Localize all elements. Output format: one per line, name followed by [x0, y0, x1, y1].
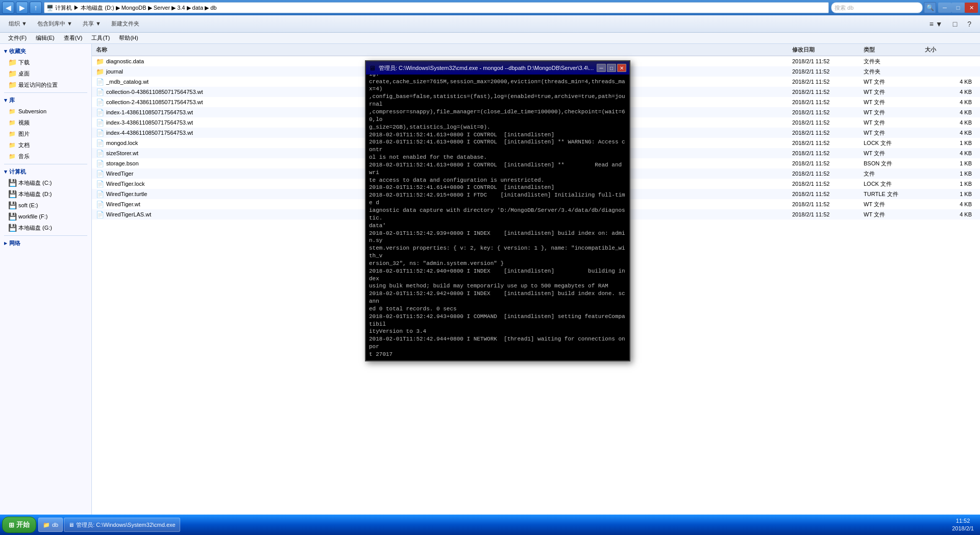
- sidebar-item-drive-g[interactable]: 💾 本地磁盘 (G:): [0, 222, 91, 233]
- file-date: 2018/2/1 11:52: [792, 150, 864, 156]
- file-size: 1 KB: [925, 181, 976, 187]
- sidebar-library-section: ▾ 库 📁 Subversion 📁 视频 📁 图片 📁 文档: [0, 95, 91, 162]
- sidebar-item-documents[interactable]: 📁 文档: [0, 139, 91, 151]
- sidebar-network-header[interactable]: ▸ 网络: [0, 238, 91, 249]
- file-type: 文件: [864, 170, 925, 178]
- menu-edit[interactable]: 编辑(E): [32, 33, 59, 43]
- sidebar-divider-3: [4, 235, 87, 236]
- view-button[interactable]: ≡ ▼: [925, 17, 947, 31]
- file-size: 4 KB: [925, 119, 976, 126]
- window-controls: ─ □ ✕: [938, 3, 978, 13]
- file-type: WT 文件: [864, 201, 925, 208]
- sidebar-item-recent[interactable]: 📁 最近访问的位置: [0, 79, 91, 90]
- file-icon: 📁: [96, 67, 104, 76]
- file-name-text: _mdb_catalog.wt: [106, 79, 149, 85]
- sidebar-item-pictures[interactable]: 📁 图片: [0, 128, 91, 139]
- back-button[interactable]: ◀: [2, 2, 14, 14]
- sidebar-item-label: Subversion: [18, 108, 46, 114]
- include-in-library-button[interactable]: 包含到库中 ▼: [33, 17, 77, 31]
- file-size: 4 KB: [925, 109, 976, 115]
- organize-button[interactable]: 组织 ▼: [4, 17, 32, 31]
- sidebar-item-downloads[interactable]: 📁 下载: [0, 57, 91, 68]
- col-name[interactable]: 名称: [96, 45, 792, 55]
- sidebar-item-video[interactable]: 📁 视频: [0, 117, 91, 128]
- file-name-text: WiredTiger.wt: [106, 201, 140, 207]
- cmd-content[interactable]: C:\Windows\system32>mongod --dbpath D:\M…: [366, 75, 629, 360]
- sidebar-computer-header[interactable]: ▾ 计算机: [0, 166, 91, 177]
- share-button[interactable]: 共享 ▼: [78, 17, 106, 31]
- sidebar-item-label: 图片: [18, 130, 30, 138]
- file-name-text: storage.bson: [106, 160, 139, 166]
- file-size: 4 KB: [925, 130, 976, 136]
- file-name-text: WiredTigerLAS.wt: [106, 211, 151, 217]
- taskbar-cmd-item[interactable]: 🖥 管理员: C:\Windows\System32\cmd.exe: [64, 518, 180, 532]
- explorer-titlebar: ◀ ▶ ↑ 🖥️ 计算机 ▶ 本地磁盘 (D:) ▶ MongoDB ▶ Ser…: [0, 0, 980, 15]
- file-name-text: index-4-4386110850717564753.wt: [106, 130, 193, 136]
- taskbar-explorer-item[interactable]: 📁 db: [38, 518, 63, 532]
- sidebar-item-label: 下载: [18, 59, 30, 66]
- menu-help[interactable]: 帮助(H): [115, 33, 142, 43]
- file-type: WT 文件: [864, 78, 925, 86]
- sidebar-item-music[interactable]: 📁 音乐: [0, 151, 91, 162]
- sidebar-item-drive-d[interactable]: 💾 本地磁盘 (D:): [0, 188, 91, 200]
- cmd-minimize-button[interactable]: ─: [597, 64, 606, 72]
- taskbar-items: 📁 db 🖥 管理员: C:\Windows\System32\cmd.exe: [36, 518, 948, 532]
- cmd-icon: 🖥: [68, 522, 74, 528]
- sidebar-item-label: 桌面: [18, 70, 30, 78]
- file-date: 2018/2/1 11:52: [792, 109, 864, 115]
- address-path: 🖥️ 计算机 ▶ 本地磁盘 (D:) ▶ MongoDB ▶ Server ▶ …: [46, 4, 216, 12]
- cmd-close-button[interactable]: ✕: [617, 64, 626, 72]
- folder-icon: 📁: [8, 107, 16, 115]
- minimize-button[interactable]: ─: [938, 3, 951, 13]
- col-date[interactable]: 修改日期: [792, 45, 864, 55]
- sidebar-favorites-header[interactable]: ▾ 收藏夹: [0, 46, 91, 57]
- file-icon: 📄: [96, 159, 104, 167]
- sidebar-library-header[interactable]: ▾ 库: [0, 95, 91, 106]
- new-folder-button[interactable]: 新建文件夹: [107, 17, 144, 31]
- file-size: 1 KB: [925, 140, 976, 146]
- menu-file[interactable]: 文件(F): [4, 33, 31, 43]
- sidebar-divider-2: [4, 164, 87, 164]
- file-size: 4 KB: [925, 150, 976, 156]
- taskbar-clock: 11:52 2018/2/1: [948, 517, 978, 533]
- search-bar[interactable]: 搜索 db: [831, 2, 923, 13]
- start-button[interactable]: ⊞ 开始: [2, 517, 36, 533]
- file-icon: 📄: [96, 139, 104, 147]
- cmd-maximize-button[interactable]: □: [607, 64, 616, 72]
- sidebar-item-subversion[interactable]: 📁 Subversion: [0, 106, 91, 117]
- col-size[interactable]: 大小: [925, 45, 976, 55]
- col-type[interactable]: 类型: [864, 45, 925, 55]
- maximize-button[interactable]: □: [951, 3, 965, 13]
- file-date: 2018/2/1 11:52: [792, 89, 864, 95]
- close-button[interactable]: ✕: [965, 3, 978, 13]
- file-name-text: sizeStorer.wt: [106, 150, 138, 156]
- file-name-text: diagnostic.data: [106, 58, 144, 64]
- help-button[interactable]: ?: [963, 17, 976, 31]
- drive-icon: 💾: [8, 179, 16, 187]
- nav-buttons: ◀ ▶ ↑: [2, 2, 42, 14]
- cmd-icon: 🖥: [369, 64, 376, 72]
- preview-button[interactable]: □: [948, 17, 962, 31]
- clock-time: 11:52: [952, 517, 974, 525]
- sidebar-item-drive-e[interactable]: 💾 soft (E:): [0, 200, 91, 211]
- drive-icon: 💾: [8, 212, 16, 221]
- menu-tools[interactable]: 工具(T): [87, 33, 114, 43]
- sidebar-item-drive-f[interactable]: 💾 workfile (F:): [0, 211, 91, 222]
- up-button[interactable]: ↑: [30, 2, 42, 14]
- file-icon: 📄: [96, 108, 104, 116]
- search-button[interactable]: 🔍: [924, 2, 936, 13]
- file-icon: 📄: [96, 180, 104, 188]
- file-date: 2018/2/1 11:52: [792, 191, 864, 197]
- menu-view[interactable]: 查看(V): [60, 33, 87, 43]
- sidebar-divider: [4, 92, 87, 93]
- sidebar-network-section: ▸ 网络: [0, 238, 91, 249]
- file-name-text: WiredTiger.turtle: [106, 191, 147, 197]
- file-date: 2018/2/1 11:52: [792, 99, 864, 105]
- forward-button[interactable]: ▶: [16, 2, 28, 14]
- file-name-text: collection-2-4386110850717564753.wt: [106, 99, 203, 105]
- sidebar-item-desktop[interactable]: 📁 桌面: [0, 68, 91, 79]
- file-icon: 📄: [96, 98, 104, 106]
- address-bar[interactable]: 🖥️ 计算机 ▶ 本地磁盘 (D:) ▶ MongoDB ▶ Server ▶ …: [44, 2, 829, 13]
- sidebar-item-drive-c[interactable]: 💾 本地磁盘 (C:): [0, 177, 91, 188]
- cmd-controls: ─ □ ✕: [597, 64, 626, 72]
